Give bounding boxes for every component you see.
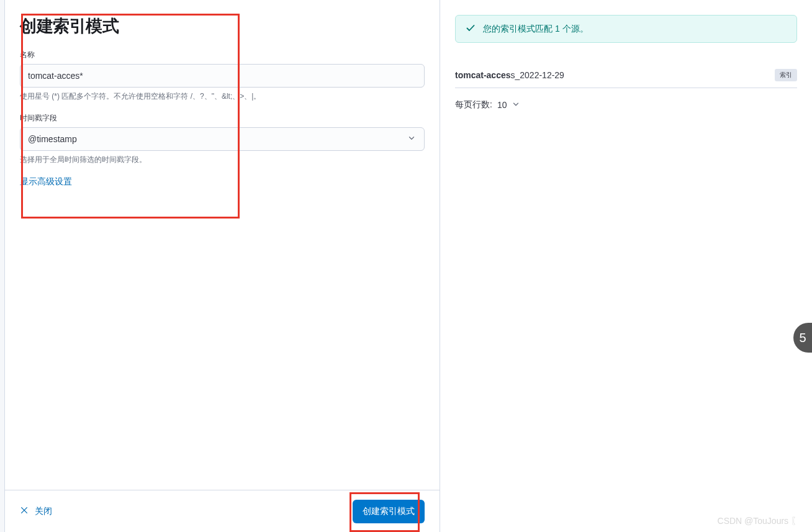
name-help-text: 使用星号 (*) 匹配多个字符。不允许使用空格和字符 /、?、"、&lt;、>、… [20, 91, 425, 102]
index-row: tomcat-access_2022-12-29 索引 [455, 63, 797, 88]
timestamp-select[interactable]: @timestamp [20, 127, 425, 151]
rows-per-page[interactable]: 每页行数: 10 [455, 99, 797, 110]
name-input[interactable] [20, 64, 425, 88]
timestamp-help-text: 选择用于全局时间筛选的时间戳字段。 [20, 155, 425, 165]
footer: 关闭 创建索引模式 [5, 490, 440, 532]
timestamp-label: 时间戳字段 [20, 113, 425, 124]
name-label: 名称 [20, 50, 425, 60]
form-panel: 创建索引模式 名称 使用星号 (*) 匹配多个字符。不允许使用空格和字符 /、?… [5, 0, 440, 532]
page-title: 创建索引模式 [20, 15, 425, 37]
chevron-down-icon [512, 100, 520, 110]
watermark: CSDN @TouJours 〖 [718, 516, 800, 527]
create-index-pattern-button[interactable]: 创建索引模式 [353, 500, 425, 523]
show-advanced-link[interactable]: 显示高级设置 [20, 176, 72, 187]
results-panel: 您的索引模式匹配 1 个源。 tomcat-access_2022-12-29 … [440, 0, 812, 532]
success-callout: 您的索引模式匹配 1 个源。 [455, 15, 797, 43]
callout-text: 您的索引模式匹配 1 个源。 [483, 24, 589, 35]
check-icon [466, 23, 476, 35]
close-icon [20, 506, 29, 517]
index-badge: 索引 [775, 69, 797, 81]
index-name: tomcat-access_2022-12-29 [455, 70, 564, 80]
close-button[interactable]: 关闭 [20, 506, 52, 517]
